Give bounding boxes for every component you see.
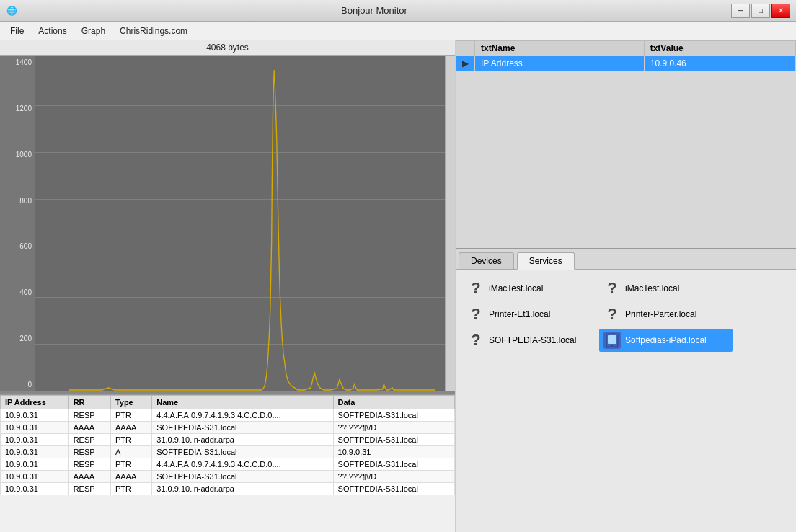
- cell-ip: 10.9.0.31: [1, 409, 69, 422]
- menu-actions[interactable]: Actions: [31, 24, 74, 38]
- window-controls: ─ □ ✕: [731, 4, 790, 18]
- title-bar: 🌐 Bonjour Monitor ─ □ ✕: [0, 0, 796, 22]
- graph-area: 4068 bytes 0 200 400 600 800 1000 1200 1…: [0, 40, 455, 394]
- y-label-1400: 1400: [1, 58, 32, 66]
- svg-point-2: [611, 345, 613, 346]
- table-row[interactable]: 10.9.0.31 RESP PTR 31.0.9.10.in-addr.arp…: [1, 483, 455, 495]
- menu-graph[interactable]: Graph: [74, 24, 112, 38]
- cell-type: AAAA: [110, 471, 151, 483]
- cell-data: SOFTPEDIA-S31.local: [333, 409, 454, 422]
- device-printer-parter[interactable]: ? Printer-Parter.local: [599, 303, 733, 326]
- maximize-button[interactable]: □: [751, 4, 770, 18]
- device-name-6: Softpedias-iPad.local: [625, 335, 707, 345]
- cell-name: 31.0.9.10.in-addr.arpa: [152, 483, 333, 495]
- cell-rr: AAAA: [68, 422, 110, 434]
- tabs-area: Devices Services ? iMacTest.local ? iMac…: [456, 249, 796, 532]
- table-row[interactable]: 10.9.0.31 AAAA AAAA SOFTPEDIA-S31.local …: [1, 471, 455, 483]
- unknown-icon-1: ?: [467, 280, 485, 297]
- tab-devices[interactable]: Devices: [459, 252, 514, 269]
- table-header: IP Address RR Type Name Data: [1, 396, 455, 409]
- device-name-5: SOFTPEDIA-S31.local: [489, 335, 576, 345]
- cell-rr: RESP: [68, 446, 110, 458]
- cell-ip: 10.9.0.31: [1, 422, 69, 434]
- table-row[interactable]: 10.9.0.31 AAAA AAAA SOFTPEDIA-S31.local …: [1, 422, 455, 434]
- cell-data: 10.9.0.31: [333, 446, 454, 458]
- table-area: IP Address RR Type Name Data 10.9.0.31 R…: [0, 394, 455, 532]
- cell-data: SOFTPEDIA-S31.local: [333, 483, 454, 495]
- device-softpedias-ipad[interactable]: Softpedias-iPad.local: [599, 329, 733, 352]
- right-panel: txtName txtValue ▶ IP Address 10.9.0.46 …: [456, 40, 796, 532]
- col-name: Name: [152, 396, 333, 409]
- svg-rect-1: [608, 335, 616, 344]
- tab-content: ? iMacTest.local ? iMacTest.local ? Prin…: [456, 270, 796, 532]
- txt-value-cell: 10.9.0.46: [644, 56, 795, 71]
- minimize-button[interactable]: ─: [731, 4, 750, 18]
- col-ip: IP Address: [1, 396, 69, 409]
- cell-name: SOFTPEDIA-S31.local: [152, 446, 333, 458]
- device-softpedia-s31[interactable]: ? SOFTPEDIA-S31.local: [463, 329, 596, 352]
- y-label-400: 400: [1, 288, 32, 296]
- txt-table: txtName txtValue ▶ IP Address 10.9.0.46: [456, 40, 796, 71]
- menu-file[interactable]: File: [3, 24, 31, 38]
- device-imactest-2[interactable]: ? iMacTest.local: [599, 277, 733, 300]
- table-scroll[interactable]: IP Address RR Type Name Data 10.9.0.31 R…: [0, 395, 455, 532]
- cell-name: SOFTPEDIA-S31.local: [152, 422, 333, 434]
- tab-services[interactable]: Services: [517, 252, 575, 270]
- cell-ip: 10.9.0.31: [1, 434, 69, 446]
- table-row[interactable]: 10.9.0.31 RESP A SOFTPEDIA-S31.local 10.…: [1, 446, 455, 458]
- txt-table-body: ▶ IP Address 10.9.0.46: [456, 56, 796, 71]
- cell-rr: AAAA: [68, 471, 110, 483]
- device-name-1: iMacTest.local: [489, 283, 543, 293]
- table-row[interactable]: 10.9.0.31 RESP PTR 4.4.A.F.A.0.9.7.4.1.9…: [1, 458, 455, 471]
- menu-chrisridings[interactable]: ChrisRidings.com: [112, 24, 195, 38]
- menu-bar: File Actions Graph ChrisRidings.com: [0, 22, 796, 40]
- cell-ip: 10.9.0.31: [1, 471, 69, 483]
- graph-scrollbar[interactable]: [445, 56, 455, 391]
- cell-rr: RESP: [68, 483, 110, 495]
- col-txtvalue: txtValue: [644, 41, 795, 56]
- cell-type: A: [110, 446, 151, 458]
- table-row[interactable]: 10.9.0.31 RESP PTR 4.4.A.F.A.0.9.7.4.1.9…: [1, 409, 455, 422]
- table-row[interactable]: ▶ IP Address 10.9.0.46: [456, 56, 796, 71]
- txt-table-header: txtName txtValue: [456, 41, 796, 56]
- close-button[interactable]: ✕: [771, 4, 790, 18]
- y-axis: 0 200 400 600 800 1000 1200 1400: [0, 56, 35, 391]
- data-table: IP Address RR Type Name Data 10.9.0.31 R…: [0, 395, 455, 495]
- col-data: Data: [333, 396, 454, 409]
- row-arrow: ▶: [456, 56, 475, 71]
- cell-name: 4.4.A.F.A.0.9.7.4.1.9.3.4.C.C.D.0....: [152, 409, 333, 422]
- cell-type: PTR: [110, 409, 151, 422]
- device-printer-et1[interactable]: ? Printer-Et1.local: [463, 303, 596, 326]
- ipad-icon: [603, 332, 621, 349]
- unknown-icon-3: ?: [467, 306, 485, 323]
- cell-rr: RESP: [68, 434, 110, 446]
- y-label-600: 600: [1, 242, 32, 250]
- device-imactest-1[interactable]: ? iMacTest.local: [463, 277, 596, 300]
- cell-data: ?? ???¶\/D: [333, 471, 454, 483]
- window-title: Bonjour Monitor: [17, 5, 731, 16]
- graph-title: 4068 bytes: [0, 40, 455, 56]
- y-label-1200: 1200: [1, 105, 32, 112]
- cell-name: 4.4.A.F.A.0.9.7.4.1.9.3.4.C.C.D.0....: [152, 458, 333, 471]
- cell-type: PTR: [110, 434, 151, 446]
- cell-rr: RESP: [68, 458, 110, 471]
- main-content: 4068 bytes 0 200 400 600 800 1000 1200 1…: [0, 40, 796, 532]
- left-panel: 4068 bytes 0 200 400 600 800 1000 1200 1…: [0, 40, 456, 532]
- chart-svg: [69, 56, 435, 391]
- unknown-icon-5: ?: [467, 332, 485, 349]
- col-type: Type: [110, 396, 151, 409]
- cell-type: PTR: [110, 483, 151, 495]
- cell-data: SOFTPEDIA-S31.local: [333, 458, 454, 471]
- cell-type: AAAA: [110, 422, 151, 434]
- y-label-800: 800: [1, 197, 32, 205]
- unknown-icon-2: ?: [603, 280, 621, 297]
- cell-type: PTR: [110, 458, 151, 471]
- unknown-icon-4: ?: [603, 306, 621, 323]
- graph-canvas: 0 200 400 600 800 1000 1200 1400: [0, 56, 455, 391]
- table-row[interactable]: 10.9.0.31 RESP PTR 31.0.9.10.in-addr.arp…: [1, 434, 455, 446]
- device-name-2: iMacTest.local: [625, 283, 679, 293]
- cell-ip: 10.9.0.31: [1, 483, 69, 495]
- graph-plot: [35, 56, 445, 391]
- col-arrow: [456, 41, 475, 56]
- app-icon: 🌐: [6, 5, 17, 17]
